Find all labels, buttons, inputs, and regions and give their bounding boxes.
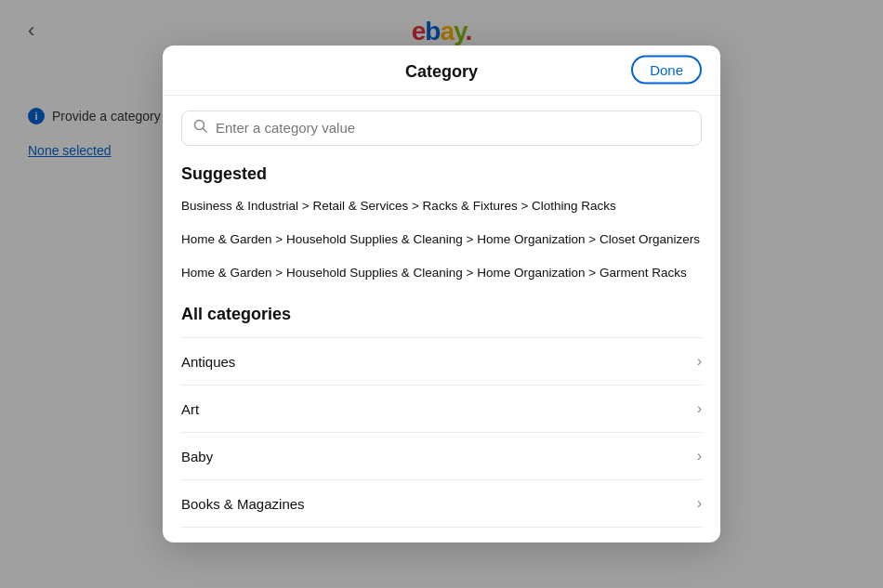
category-item-antiques[interactable]: Antiques › (181, 338, 702, 385)
category-label-art: Art (181, 401, 199, 417)
svg-line-1 (204, 128, 207, 132)
chevron-right-icon: › (697, 400, 702, 417)
modal-header: Category Done (163, 46, 720, 96)
suggested-item-2[interactable]: Home & Garden > Household Supplies & Cle… (181, 230, 702, 249)
category-item-baby[interactable]: Baby › (181, 433, 702, 480)
category-label-books: Books & Magazines (181, 496, 305, 512)
search-icon (193, 119, 208, 137)
suggested-item-1[interactable]: Business & Industrial > Retail & Service… (181, 197, 702, 216)
chevron-right-icon: › (697, 353, 702, 370)
done-button[interactable]: Done (631, 56, 702, 85)
category-label-baby: Baby (181, 449, 213, 464)
category-item-books[interactable]: Books & Magazines › (181, 480, 702, 528)
suggested-section: Suggested Business & Industrial > Retail… (181, 164, 702, 283)
suggested-section-title: Suggested (181, 164, 702, 184)
modal-title: Category (405, 62, 478, 82)
search-bar (181, 111, 702, 146)
suggested-item-3[interactable]: Home & Garden > Household Supplies & Cle… (181, 264, 702, 282)
search-input[interactable] (216, 120, 690, 136)
chevron-right-icon: › (697, 448, 702, 464)
modal-body: Suggested Business & Industrial > Retail… (163, 96, 720, 543)
category-item-art[interactable]: Art › (181, 385, 702, 433)
chevron-right-icon: › (697, 495, 702, 512)
all-categories-title: All categories (181, 305, 702, 324)
all-categories-section: All categories Antiques › Art › Baby › (181, 305, 702, 528)
categories-list: Antiques › Art › Baby › Books & Magazine… (181, 337, 702, 528)
modal-overlay: Category Done Suggested Business & Indus… (0, 0, 883, 588)
category-label-antiques: Antiques (181, 354, 235, 370)
category-modal: Category Done Suggested Business & Indus… (163, 46, 720, 543)
